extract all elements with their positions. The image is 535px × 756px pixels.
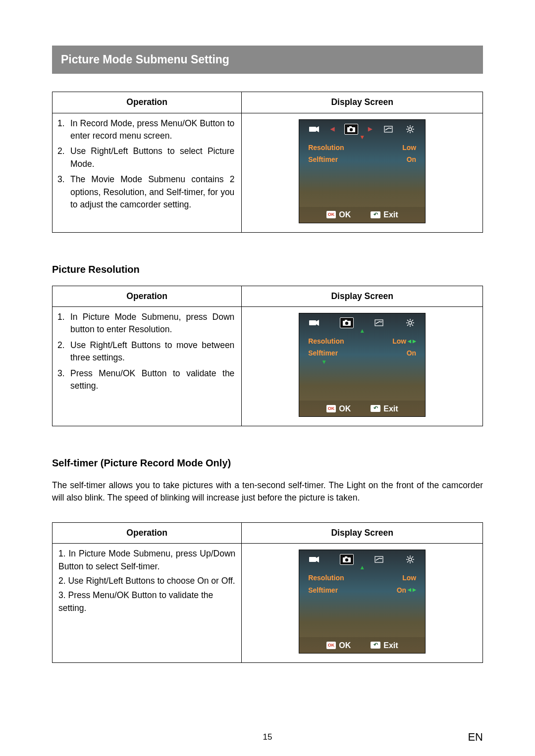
option-value: Low ◀▶: [392, 336, 416, 346]
table1-header-operation: Operation: [53, 92, 242, 113]
svg-point-36: [409, 558, 412, 561]
screen-bottom-bar: OK OK ↶ Exit: [299, 637, 425, 653]
svg-point-33: [345, 558, 348, 561]
left-indicator-icon: ◀: [408, 587, 411, 593]
svg-line-43: [407, 561, 409, 563]
up-arrow-icon: ▲: [308, 565, 416, 570]
movie-icon: [308, 124, 320, 135]
table-self-timer: Operation Display Screen 1. In Picture M…: [52, 522, 483, 663]
effect-icon: [382, 124, 394, 135]
movie-icon: [308, 554, 320, 565]
ok-badge-icon: OK: [326, 211, 336, 218]
option-row-selftimer: Selftimer On: [306, 153, 418, 165]
list-item: 3. Press Menu/OK Button to validate the …: [55, 588, 238, 615]
option-value-text: On: [397, 585, 406, 595]
screen-bottom-bar: OK OK ↶ Exit: [299, 401, 425, 416]
screen-bottom-bar: OK OK ↶ Exit: [299, 207, 425, 223]
table2-display-cell: ▲ Resolution Low ◀▶ Selftim: [242, 307, 483, 426]
svg-rect-19: [345, 320, 347, 321]
list-item: In Record Mode, press Menu/OK Button to …: [55, 116, 238, 145]
up-arrow-icon: ▲: [308, 328, 416, 333]
table1-display-cell: ◀ ▶: [242, 113, 483, 232]
list-item: The Movie Mode Submenu contains 2 option…: [55, 172, 238, 213]
exit-label: Exit: [383, 403, 398, 414]
svg-rect-4: [349, 126, 352, 128]
page-footer: 15 EN: [52, 731, 483, 744]
tab-strip: [308, 554, 416, 565]
option-value: Low: [402, 573, 416, 583]
ok-badge-icon: OK: [326, 405, 336, 412]
svg-rect-15: [309, 320, 316, 325]
ok-label: OK: [339, 209, 351, 220]
option-value: Low: [402, 143, 416, 152]
manual-page: Picture Mode Submenu Setting Operation D…: [0, 0, 535, 756]
heading-self-timer: Self-timer (Picture Record Mode Only): [52, 456, 483, 470]
svg-point-18: [345, 322, 348, 325]
list-item: Use Right/Left Buttons to move between t…: [55, 338, 238, 366]
svg-line-12: [412, 131, 414, 132]
svg-line-14: [412, 126, 414, 128]
page-title: Picture Mode Submenu Setting: [61, 53, 229, 66]
exit-badge-icon: ↶: [371, 642, 380, 649]
option-row-selftimer: Selftimer On: [306, 347, 418, 359]
display-screen-3: ▲ Resolution Low Selftimer On: [299, 550, 426, 654]
svg-line-41: [407, 556, 409, 558]
language-code: EN: [468, 729, 483, 745]
page-number: 15: [52, 731, 483, 744]
svg-line-13: [407, 131, 409, 132]
camera-icon: [340, 317, 354, 328]
effect-icon: [373, 554, 385, 565]
exit-label: Exit: [383, 209, 398, 220]
option-row-resolution: Resolution Low ◀▶: [306, 335, 418, 347]
heading-picture-resolution: Picture Resolution: [52, 262, 483, 277]
svg-marker-1: [316, 126, 319, 132]
table1-operation-cell: In Record Mode, press Menu/OK Button to …: [53, 113, 242, 232]
option-value: On: [407, 348, 416, 358]
option-label: Resolution: [308, 143, 344, 152]
svg-line-26: [407, 320, 409, 321]
left-arrow-icon: ◀: [330, 125, 334, 133]
list-item: In Picture Mode Submenu, press Down butt…: [55, 310, 238, 338]
self-timer-paragraph: The self-timer allows you to take pictur…: [52, 479, 483, 504]
exit-badge-icon: ↶: [371, 211, 380, 218]
svg-line-27: [412, 325, 414, 326]
option-label: Selftimer: [308, 154, 338, 164]
settings-gear-icon: [404, 554, 416, 565]
option-row-selftimer: Selftimer On ◀▶: [306, 584, 418, 596]
table-picture-mode-submenu: Operation Display Screen In Record Mode,…: [52, 92, 483, 232]
svg-point-3: [350, 128, 353, 131]
svg-line-42: [412, 561, 414, 563]
right-arrow-icon: ▶: [368, 125, 372, 133]
svg-line-11: [407, 126, 409, 128]
svg-rect-5: [384, 126, 392, 132]
table1-header-display-screen: Display Screen: [242, 92, 483, 113]
settings-gear-icon: [404, 124, 416, 135]
table2-header-display-screen: Display Screen: [242, 286, 483, 306]
option-value-text: Low: [392, 336, 406, 346]
svg-rect-20: [375, 320, 383, 326]
exit-badge-icon: ↶: [371, 405, 380, 412]
svg-marker-16: [316, 320, 319, 326]
svg-rect-35: [375, 556, 383, 562]
settings-gear-icon: [404, 317, 416, 328]
option-value: On: [407, 154, 416, 164]
down-arrow-icon: ▼: [306, 359, 418, 364]
camera-icon: [340, 554, 354, 565]
svg-line-44: [412, 556, 414, 558]
list-item: Press Menu/OK Button to validate the set…: [55, 366, 238, 395]
svg-point-21: [409, 321, 412, 324]
table1-operation-list: In Record Mode, press Menu/OK Button to …: [55, 116, 238, 213]
table2-operation-list: In Picture Mode Submenu, press Down butt…: [55, 310, 238, 394]
option-label: Selftimer: [308, 348, 338, 358]
list-item: 1. In Picture Mode Submenu, press Up/Dow…: [55, 547, 238, 574]
svg-line-29: [412, 320, 414, 321]
svg-rect-0: [309, 127, 316, 132]
table2-header-operation: Operation: [53, 286, 242, 306]
svg-rect-34: [345, 556, 347, 558]
list-item: 2. Use Right/Left Buttons to choose On o…: [55, 574, 238, 588]
table3-header-display-screen: Display Screen: [242, 522, 483, 543]
svg-line-28: [407, 325, 409, 326]
option-label: Selftimer: [308, 585, 338, 595]
display-screen-2: ▲ Resolution Low ◀▶ Selftim: [299, 313, 426, 417]
svg-marker-31: [316, 556, 319, 562]
